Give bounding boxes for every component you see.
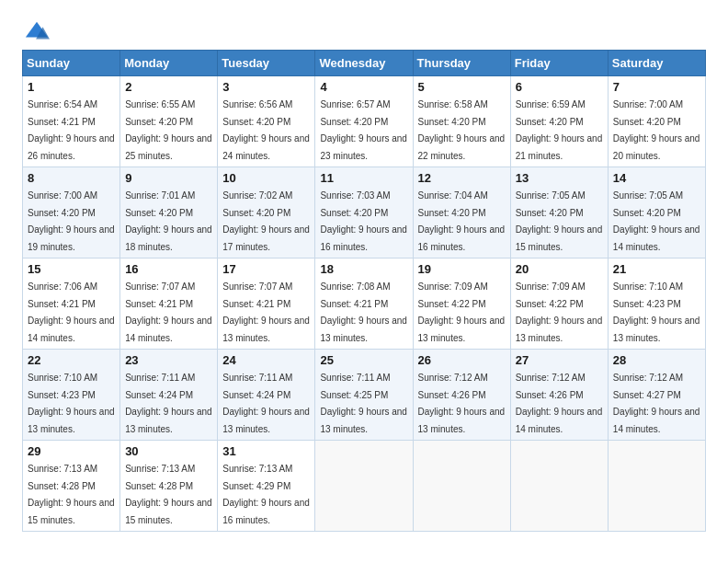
day-info: Sunrise: 7:05 AMSunset: 4:20 PMDaylight:… bbox=[613, 190, 700, 252]
day-number: 5 bbox=[418, 80, 506, 94]
calendar-cell: 29Sunrise: 7:13 AMSunset: 4:28 PMDayligh… bbox=[23, 441, 120, 532]
day-number: 23 bbox=[125, 353, 212, 367]
calendar-cell: 20Sunrise: 7:09 AMSunset: 4:22 PMDayligh… bbox=[510, 259, 608, 350]
col-header-sunday: Sunday bbox=[23, 51, 120, 76]
day-info: Sunrise: 7:12 AMSunset: 4:27 PMDaylight:… bbox=[613, 373, 700, 434]
day-info: Sunrise: 7:11 AMSunset: 4:24 PMDaylight:… bbox=[222, 373, 310, 434]
day-number: 27 bbox=[516, 353, 603, 367]
calendar-cell bbox=[413, 441, 510, 532]
day-info: Sunrise: 6:56 AMSunset: 4:20 PMDaylight:… bbox=[222, 99, 310, 161]
day-info: Sunrise: 6:58 AMSunset: 4:20 PMDaylight:… bbox=[418, 99, 506, 161]
day-info: Sunrise: 6:57 AMSunset: 4:20 PMDaylight:… bbox=[320, 99, 407, 161]
day-info: Sunrise: 7:05 AMSunset: 4:20 PMDaylight:… bbox=[516, 190, 603, 252]
day-info: Sunrise: 7:07 AMSunset: 4:21 PMDaylight:… bbox=[125, 282, 212, 343]
calendar-cell: 18Sunrise: 7:08 AMSunset: 4:21 PMDayligh… bbox=[315, 259, 413, 350]
day-info: Sunrise: 7:13 AMSunset: 4:28 PMDaylight:… bbox=[125, 464, 212, 525]
day-number: 17 bbox=[222, 262, 310, 276]
calendar-cell bbox=[510, 441, 608, 532]
day-info: Sunrise: 7:00 AMSunset: 4:20 PMDaylight:… bbox=[28, 190, 115, 252]
calendar-cell: 22Sunrise: 7:10 AMSunset: 4:23 PMDayligh… bbox=[23, 350, 120, 441]
calendar-cell bbox=[315, 441, 413, 532]
calendar-cell: 12Sunrise: 7:04 AMSunset: 4:20 PMDayligh… bbox=[413, 167, 510, 259]
day-info: Sunrise: 7:00 AMSunset: 4:20 PMDaylight:… bbox=[613, 99, 700, 161]
day-info: Sunrise: 7:06 AMSunset: 4:21 PMDaylight:… bbox=[28, 282, 115, 343]
day-number: 1 bbox=[28, 80, 115, 94]
day-number: 3 bbox=[222, 80, 310, 94]
calendar-cell: 4Sunrise: 6:57 AMSunset: 4:20 PMDaylight… bbox=[315, 76, 413, 167]
calendar-cell: 23Sunrise: 7:11 AMSunset: 4:24 PMDayligh… bbox=[120, 350, 218, 441]
day-number: 25 bbox=[320, 353, 407, 367]
calendar-cell: 15Sunrise: 7:06 AMSunset: 4:21 PMDayligh… bbox=[23, 259, 120, 350]
day-info: Sunrise: 7:02 AMSunset: 4:20 PMDaylight:… bbox=[222, 190, 310, 252]
week-row-2: 8Sunrise: 7:00 AMSunset: 4:20 PMDaylight… bbox=[23, 167, 706, 259]
calendar-cell: 7Sunrise: 7:00 AMSunset: 4:20 PMDaylight… bbox=[608, 76, 705, 167]
day-info: Sunrise: 7:13 AMSunset: 4:28 PMDaylight:… bbox=[28, 464, 115, 525]
day-number: 19 bbox=[418, 262, 506, 276]
day-info: Sunrise: 7:01 AMSunset: 4:20 PMDaylight:… bbox=[125, 190, 212, 252]
calendar-cell: 6Sunrise: 6:59 AMSunset: 4:20 PMDaylight… bbox=[510, 76, 608, 167]
day-number: 18 bbox=[320, 262, 407, 276]
day-number: 7 bbox=[613, 80, 700, 94]
day-info: Sunrise: 7:12 AMSunset: 4:26 PMDaylight:… bbox=[516, 373, 603, 434]
day-info: Sunrise: 7:08 AMSunset: 4:21 PMDaylight:… bbox=[320, 282, 407, 343]
day-number: 9 bbox=[125, 171, 212, 185]
day-number: 31 bbox=[222, 444, 310, 458]
day-info: Sunrise: 7:13 AMSunset: 4:29 PMDaylight:… bbox=[222, 464, 310, 525]
col-header-monday: Monday bbox=[120, 51, 218, 76]
calendar-cell: 28Sunrise: 7:12 AMSunset: 4:27 PMDayligh… bbox=[608, 350, 705, 441]
day-number: 29 bbox=[28, 444, 115, 458]
calendar-cell: 25Sunrise: 7:11 AMSunset: 4:25 PMDayligh… bbox=[315, 350, 413, 441]
calendar-cell: 21Sunrise: 7:10 AMSunset: 4:23 PMDayligh… bbox=[608, 259, 705, 350]
calendar-cell: 8Sunrise: 7:00 AMSunset: 4:20 PMDaylight… bbox=[23, 167, 120, 259]
col-header-friday: Friday bbox=[510, 51, 608, 76]
day-info: Sunrise: 7:04 AMSunset: 4:20 PMDaylight:… bbox=[418, 190, 506, 252]
week-row-3: 15Sunrise: 7:06 AMSunset: 4:21 PMDayligh… bbox=[23, 259, 706, 350]
day-info: Sunrise: 7:12 AMSunset: 4:26 PMDaylight:… bbox=[418, 373, 506, 434]
calendar-cell: 5Sunrise: 6:58 AMSunset: 4:20 PMDaylight… bbox=[413, 76, 510, 167]
col-header-saturday: Saturday bbox=[608, 51, 705, 76]
calendar-cell: 24Sunrise: 7:11 AMSunset: 4:24 PMDayligh… bbox=[218, 350, 315, 441]
day-number: 13 bbox=[516, 171, 603, 185]
day-number: 10 bbox=[222, 171, 310, 185]
header bbox=[22, 18, 706, 40]
day-number: 11 bbox=[320, 171, 407, 185]
calendar-cell: 11Sunrise: 7:03 AMSunset: 4:20 PMDayligh… bbox=[315, 167, 413, 259]
day-number: 6 bbox=[516, 80, 603, 94]
day-number: 16 bbox=[125, 262, 212, 276]
day-number: 8 bbox=[28, 171, 115, 185]
col-header-wednesday: Wednesday bbox=[315, 51, 413, 76]
day-number: 26 bbox=[418, 353, 506, 367]
calendar-cell: 16Sunrise: 7:07 AMSunset: 4:21 PMDayligh… bbox=[120, 259, 218, 350]
calendar-cell: 1Sunrise: 6:54 AMSunset: 4:21 PMDaylight… bbox=[23, 76, 120, 167]
calendar-cell: 19Sunrise: 7:09 AMSunset: 4:22 PMDayligh… bbox=[413, 259, 510, 350]
day-number: 21 bbox=[613, 262, 700, 276]
calendar-cell: 10Sunrise: 7:02 AMSunset: 4:20 PMDayligh… bbox=[218, 167, 315, 259]
day-number: 15 bbox=[28, 262, 115, 276]
day-info: Sunrise: 7:11 AMSunset: 4:25 PMDaylight:… bbox=[320, 373, 407, 434]
week-row-4: 22Sunrise: 7:10 AMSunset: 4:23 PMDayligh… bbox=[23, 350, 706, 441]
col-header-thursday: Thursday bbox=[413, 51, 510, 76]
day-number: 30 bbox=[125, 444, 212, 458]
day-number: 28 bbox=[613, 353, 700, 367]
day-number: 4 bbox=[320, 80, 407, 94]
calendar-cell: 9Sunrise: 7:01 AMSunset: 4:20 PMDaylight… bbox=[120, 167, 218, 259]
day-info: Sunrise: 7:10 AMSunset: 4:23 PMDaylight:… bbox=[28, 373, 115, 434]
calendar-cell: 27Sunrise: 7:12 AMSunset: 4:26 PMDayligh… bbox=[510, 350, 608, 441]
day-info: Sunrise: 7:03 AMSunset: 4:20 PMDaylight:… bbox=[320, 190, 407, 252]
col-header-tuesday: Tuesday bbox=[218, 51, 315, 76]
calendar-table: SundayMondayTuesdayWednesdayThursdayFrid… bbox=[22, 50, 706, 532]
day-number: 24 bbox=[222, 353, 310, 367]
calendar-cell bbox=[608, 441, 705, 532]
logo-icon bbox=[24, 18, 50, 44]
day-info: Sunrise: 7:09 AMSunset: 4:22 PMDaylight:… bbox=[516, 282, 603, 343]
calendar-cell: 13Sunrise: 7:05 AMSunset: 4:20 PMDayligh… bbox=[510, 167, 608, 259]
day-info: Sunrise: 7:11 AMSunset: 4:24 PMDaylight:… bbox=[125, 373, 212, 434]
calendar-cell: 26Sunrise: 7:12 AMSunset: 4:26 PMDayligh… bbox=[413, 350, 510, 441]
day-number: 12 bbox=[418, 171, 506, 185]
calendar-cell: 14Sunrise: 7:05 AMSunset: 4:20 PMDayligh… bbox=[608, 167, 705, 259]
day-number: 22 bbox=[28, 353, 115, 367]
calendar-cell: 2Sunrise: 6:55 AMSunset: 4:20 PMDaylight… bbox=[120, 76, 218, 167]
calendar-cell: 3Sunrise: 6:56 AMSunset: 4:20 PMDaylight… bbox=[218, 76, 315, 167]
day-info: Sunrise: 6:54 AMSunset: 4:21 PMDaylight:… bbox=[28, 99, 115, 161]
calendar-cell: 17Sunrise: 7:07 AMSunset: 4:21 PMDayligh… bbox=[218, 259, 315, 350]
